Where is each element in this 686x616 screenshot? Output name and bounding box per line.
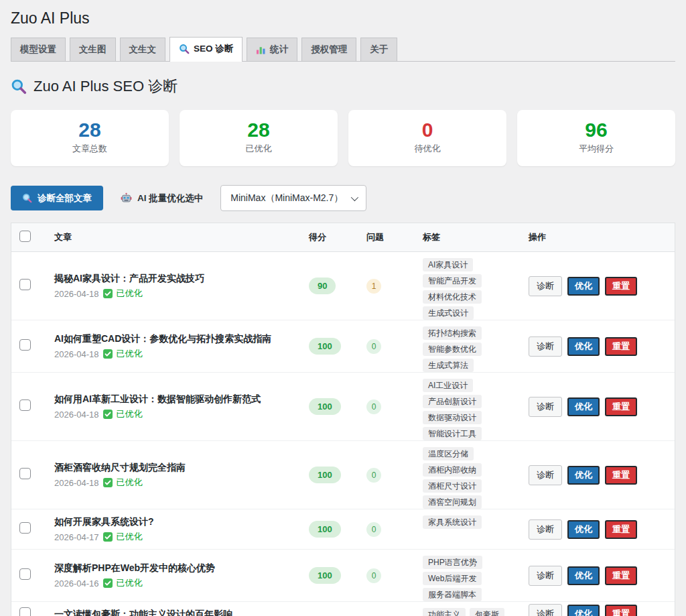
batch-optimize-button[interactable]: AI 批量优化选中: [114, 186, 210, 210]
tag-chip: 智能设计工具: [423, 427, 482, 440]
diagnose-button[interactable]: 诊断: [529, 604, 562, 616]
reset-button[interactable]: 重置: [605, 397, 637, 416]
diagnose-all-button[interactable]: 诊断全部文章: [11, 186, 103, 210]
issues-cell: 0: [356, 468, 412, 483]
tab-license-management[interactable]: 授权管理: [301, 38, 356, 61]
row-checkbox[interactable]: [19, 607, 31, 616]
tab-seo-diagnosis[interactable]: SEO 诊断: [169, 37, 243, 62]
actions-cell: 诊断优化重置: [518, 604, 675, 616]
article-cell: 酒柜酒窖收纳尺寸规划完全指南2026-04-18已优化: [44, 455, 298, 495]
optimize-button[interactable]: 优化: [567, 466, 600, 485]
score-badge: 100: [309, 338, 341, 355]
table-row: 深度解析PHP在Web开发中的核心优势2026-04-16已优化1000PHP语…: [11, 550, 675, 602]
issues-badge: 0: [366, 468, 381, 483]
stat-label: 已优化: [180, 143, 338, 155]
article-date: 2026-04-18: [54, 478, 99, 488]
check-icon: [103, 410, 113, 419]
diagnose-button[interactable]: 诊断: [529, 276, 562, 296]
select-all-checkbox[interactable]: [19, 231, 31, 242]
optimize-button[interactable]: 优化: [567, 397, 600, 416]
tag-chip: 智能产品开发: [423, 274, 482, 288]
optimize-button[interactable]: 优化: [567, 605, 600, 616]
article-title: 揭秘AI家具设计：产品开发实战技巧: [54, 272, 291, 284]
diagnose-button[interactable]: 诊断: [529, 465, 562, 485]
stat-card-average-score: 96 平均得分: [517, 110, 675, 166]
tag-chip: 拓扑结构搜索: [423, 326, 482, 340]
stat-label: 平均得分: [517, 143, 675, 155]
diagnose-button[interactable]: 诊断: [529, 336, 562, 357]
tag-chip: 生成式设计: [423, 306, 474, 320]
reset-button[interactable]: 重置: [605, 605, 637, 616]
check-icon: [103, 578, 113, 588]
tag-chip: AI家具设计: [423, 258, 473, 271]
reset-button[interactable]: 重置: [605, 277, 637, 296]
column-header-actions: 操作: [518, 224, 675, 251]
optimize-button[interactable]: 优化: [567, 277, 600, 296]
article-cell: 揭秘AI家具设计：产品开发实战技巧2026-04-18已优化: [44, 266, 298, 306]
table-row: 酒柜酒窖收纳尺寸规划完全指南2026-04-18已优化1000温度区分储酒柜内部…: [11, 441, 675, 509]
articles-table: 文章 得分 问题 标签 操作 揭秘AI家具设计：产品开发实战技巧2026-04-…: [11, 223, 675, 616]
tab-statistics[interactable]: 统计: [247, 38, 297, 61]
tab-text-to-image[interactable]: 文生图: [70, 38, 116, 61]
optimize-button[interactable]: 优化: [567, 566, 600, 585]
tab-text-to-text[interactable]: 文生文: [120, 38, 166, 61]
article-title: 深度解析PHP在Web开发中的核心优势: [54, 562, 291, 574]
tab-label: 关于: [370, 44, 388, 56]
score-cell: 100: [298, 521, 356, 538]
tag-chip: 智能参数优化: [423, 343, 482, 356]
tags-cell: 温度区分储酒柜内部收纳酒柜尺寸设计酒窖空间规划: [412, 441, 518, 509]
model-select[interactable]: MiniMax（MiniMax-M2.7）: [220, 185, 366, 211]
stat-card-total-articles: 28 文章总数: [11, 110, 169, 166]
tag-chip: 酒窖空间规划: [423, 495, 482, 509]
tag-chip: 产品创新设计: [423, 395, 482, 408]
reset-button[interactable]: 重置: [605, 466, 637, 485]
reset-button[interactable]: 重置: [605, 566, 637, 585]
optimized-status: 已优化: [117, 577, 143, 589]
optimize-button[interactable]: 优化: [567, 337, 600, 356]
tags-cell: AI家具设计智能产品开发材料优化技术生成式设计: [412, 252, 518, 320]
article-meta: 2026-04-18已优化: [54, 288, 291, 300]
row-checkbox[interactable]: [19, 568, 31, 580]
article-date: 2026-04-18: [54, 289, 99, 299]
page-title: Zuo AI Plus SEO 诊断: [11, 76, 675, 97]
reset-button[interactable]: 重置: [605, 337, 637, 356]
tab-about[interactable]: 关于: [360, 38, 397, 61]
score-badge: 90: [309, 278, 336, 294]
reset-button[interactable]: 重置: [605, 520, 637, 539]
actions-cell: 诊断优化重置: [518, 336, 675, 357]
issues-cell: 0: [356, 568, 412, 583]
issues-cell: 0: [356, 399, 412, 414]
article-date: 2026-04-17: [54, 532, 99, 542]
diagnose-button[interactable]: 诊断: [529, 397, 562, 417]
issues-badge: 0: [366, 568, 381, 583]
table-row: 一文读懂包豪斯：功能主义设计的百年影响功能主义包豪斯诊断优化重置: [11, 602, 675, 616]
stat-value: 96: [517, 119, 675, 141]
article-title: AI如何重塑CAD设计：参数优化与拓扑搜索实战指南: [54, 332, 291, 345]
row-checkbox[interactable]: [19, 279, 31, 290]
row-checkbox[interactable]: [19, 399, 31, 411]
tab-model-settings[interactable]: 模型设置: [11, 38, 66, 61]
check-icon: [103, 478, 113, 487]
checkbox-cell: [11, 279, 44, 293]
diagnose-button[interactable]: 诊断: [529, 566, 562, 586]
article-meta: 2026-04-16已优化: [54, 577, 291, 589]
diagnose-button[interactable]: 诊断: [529, 519, 562, 540]
tag-chip: 酒柜内部收纳: [423, 463, 482, 477]
robot-icon: [121, 192, 132, 204]
row-checkbox[interactable]: [19, 339, 31, 351]
score-cell: 100: [298, 398, 356, 415]
checkbox-cell: [11, 522, 44, 536]
score-cell: 100: [298, 467, 356, 483]
tag-chip: 数据驱动设计: [423, 411, 482, 424]
tab-label: 文生图: [79, 44, 107, 56]
optimize-button[interactable]: 优化: [567, 520, 600, 539]
row-checkbox[interactable]: [19, 522, 31, 534]
row-checkbox[interactable]: [19, 468, 31, 479]
issues-badge: 0: [366, 522, 381, 537]
tab-label: SEO 诊断: [194, 43, 233, 55]
article-date: 2026-04-18: [54, 349, 99, 359]
score-badge: 100: [309, 521, 341, 538]
article-meta: 2026-04-17已优化: [54, 531, 291, 543]
stat-card-pending: 0 待优化: [348, 110, 506, 166]
score-badge: 100: [309, 398, 341, 415]
